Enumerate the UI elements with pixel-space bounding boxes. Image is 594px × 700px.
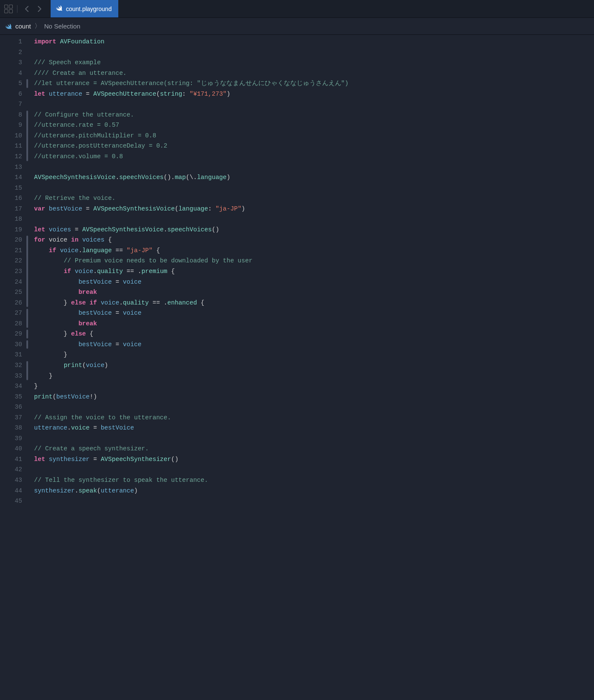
code-line[interactable]	[34, 47, 588, 58]
code-line[interactable]: //utterance.rate = 0.57	[34, 120, 588, 131]
chevron-right-icon: 〉	[34, 22, 41, 30]
line-number: 3	[0, 57, 22, 68]
line-number: 25	[0, 287, 22, 298]
code-line[interactable]	[34, 214, 588, 225]
code-line[interactable]: // Premium voice needs to be downloaded …	[34, 256, 588, 266]
line-number: 45	[0, 496, 22, 507]
code-line[interactable]: // Create a speech synthesizer.	[34, 444, 588, 454]
code-editor[interactable]: 1234567891011121314151617181920212223242…	[0, 35, 594, 700]
swift-icon	[5, 23, 12, 30]
line-number: 7	[0, 99, 22, 110]
line-number: 19	[0, 225, 22, 235]
code-line[interactable]: // Retrieve the voice.	[34, 193, 588, 204]
code-line[interactable]: // Assign the voice to the utterance.	[34, 413, 588, 423]
code-line[interactable]: //let utterance = AVSpeechUtterance(stri…	[34, 78, 588, 89]
code-line[interactable]: //utterance.postUtteranceDelay = 0.2	[34, 141, 588, 151]
code-line[interactable]: let synthesizer = AVSpeechSynthesizer()	[34, 454, 588, 465]
code-line[interactable]: var bestVoice = AVSpeechSynthesisVoice(l…	[34, 204, 588, 214]
code-line[interactable]: print(bestVoice!)	[34, 392, 588, 402]
code-line[interactable]: synthesizer.speak(utterance)	[34, 486, 588, 496]
code-line[interactable]	[34, 402, 588, 413]
line-number: 18	[0, 214, 22, 225]
code-line[interactable]	[34, 183, 588, 193]
line-number: 23	[0, 266, 22, 277]
line-number: 6	[0, 89, 22, 100]
code-line[interactable]: /// Speech example	[34, 57, 588, 68]
code-line[interactable]	[34, 99, 588, 110]
code-line[interactable]: break	[34, 319, 588, 329]
line-number: 32	[0, 360, 22, 371]
line-number-gutter: 1234567891011121314151617181920212223242…	[0, 37, 26, 700]
tab-title: count.playground	[66, 6, 111, 12]
code-line[interactable]	[34, 433, 588, 444]
line-number: 13	[0, 162, 22, 173]
code-area[interactable]: import AVFoundation/// Speech example///…	[26, 37, 588, 700]
code-line[interactable]: let voices = AVSpeechSynthesisVoice.spee…	[34, 225, 588, 235]
line-number: 2	[0, 47, 22, 58]
line-number: 39	[0, 433, 22, 444]
view-selector-icon[interactable]	[4, 5, 13, 13]
code-line[interactable]: //utterance.volume = 0.8	[34, 151, 588, 162]
code-line[interactable]: for voice in voices {	[34, 235, 588, 245]
code-line[interactable]: bestVoice = voice	[34, 277, 588, 287]
line-number: 28	[0, 319, 22, 329]
line-number: 10	[0, 131, 22, 141]
code-line[interactable]: } else {	[34, 329, 588, 339]
line-number: 37	[0, 413, 22, 423]
code-line[interactable]: }	[34, 381, 588, 392]
breadcrumb-file[interactable]: count	[15, 23, 31, 30]
line-number: 44	[0, 486, 22, 496]
code-line[interactable]	[34, 464, 588, 475]
code-line[interactable]: // Configure the utterance.	[34, 110, 588, 120]
separator	[17, 5, 17, 13]
line-number: 4	[0, 68, 22, 79]
code-line[interactable]: import AVFoundation	[34, 37, 588, 47]
vertical-scrollbar[interactable]	[588, 37, 594, 700]
line-number: 8	[0, 110, 22, 120]
breadcrumb[interactable]: count 〉 No Selection	[0, 18, 594, 35]
line-number: 35	[0, 392, 22, 402]
line-number: 27	[0, 308, 22, 319]
line-number: 17	[0, 204, 22, 214]
code-line[interactable]: print(voice)	[34, 360, 588, 371]
code-line[interactable]: AVSpeechSynthesisVoice.speechVoices().ma…	[34, 172, 588, 183]
nav-back-button[interactable]	[22, 4, 32, 14]
code-line[interactable]: bestVoice = voice	[34, 308, 588, 319]
code-line[interactable]: break	[34, 287, 588, 298]
breadcrumb-selection[interactable]: No Selection	[44, 23, 80, 30]
tab-active[interactable]: count.playground	[51, 0, 118, 17]
code-line[interactable]: //// Create an utterance.	[34, 68, 588, 79]
titlebar-controls	[0, 0, 48, 17]
code-line[interactable]: // Tell the synthesizer to speak the utt…	[34, 475, 588, 486]
code-line[interactable]: let utterance = AVSpeechUtterance(string…	[34, 89, 588, 100]
code-line[interactable]: if voice.quality == .premium {	[34, 266, 588, 277]
titlebar: count.playground	[0, 0, 594, 18]
line-number: 43	[0, 475, 22, 486]
line-number: 15	[0, 183, 22, 193]
code-line[interactable]: }	[34, 350, 588, 360]
code-line[interactable]: if voice.language == "ja-JP" {	[34, 245, 588, 256]
line-number: 42	[0, 464, 22, 475]
line-number: 14	[0, 172, 22, 183]
line-number: 30	[0, 339, 22, 350]
line-number: 5	[0, 78, 22, 89]
swift-icon	[56, 5, 63, 13]
line-number: 36	[0, 402, 22, 413]
nav-forward-button[interactable]	[34, 4, 45, 14]
line-number: 11	[0, 141, 22, 151]
code-line[interactable]: //utterance.pitchMultiplier = 0.8	[34, 131, 588, 141]
code-line[interactable]	[34, 162, 588, 173]
line-number: 12	[0, 151, 22, 162]
line-number: 40	[0, 444, 22, 454]
line-number: 20	[0, 235, 22, 245]
line-number: 41	[0, 454, 22, 465]
code-line[interactable]: bestVoice = voice	[34, 339, 588, 350]
code-line[interactable]	[34, 496, 588, 507]
line-number: 1	[0, 37, 22, 47]
line-number: 26	[0, 298, 22, 308]
code-line[interactable]: } else if voice.quality == .enhanced {	[34, 298, 588, 308]
line-number: 38	[0, 423, 22, 433]
code-line[interactable]: }	[34, 371, 588, 381]
code-line[interactable]: utterance.voice = bestVoice	[34, 423, 588, 433]
line-number: 24	[0, 277, 22, 287]
